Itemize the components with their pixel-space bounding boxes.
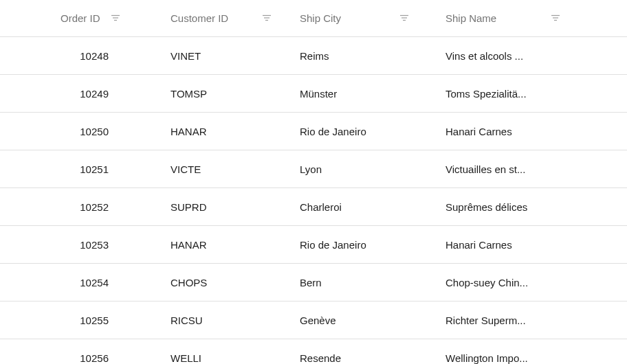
cell-order-id: 10249 — [0, 88, 138, 100]
cell-ship-city: Reims — [289, 50, 426, 62]
column-header-customer-id[interactable]: Customer ID — [138, 12, 289, 24]
cell-customer-id: TOMSP — [138, 88, 289, 100]
column-label: Ship Name — [446, 12, 496, 24]
cell-ship-city: Rio de Janeiro — [289, 239, 426, 251]
cell-customer-id: VINET — [138, 50, 289, 62]
column-header-order-id[interactable]: Order ID — [0, 12, 138, 24]
cell-order-id: 10250 — [0, 126, 138, 137]
cell-ship-city: Bern — [289, 277, 426, 288]
cell-order-id: 10256 — [0, 352, 138, 364]
cell-customer-id: RICSU — [138, 315, 289, 326]
cell-customer-id: SUPRD — [138, 201, 289, 213]
cell-order-id: 10253 — [0, 239, 138, 251]
cell-ship-name: Hanari Carnes — [426, 239, 578, 251]
filter-icon[interactable] — [110, 13, 121, 24]
cell-ship-name: Chop-suey Chin... — [426, 277, 578, 288]
table-row[interactable]: 10248VINETReimsVins et alcools ... — [0, 37, 627, 75]
table-row[interactable]: 10255RICSUGenèveRichter Superm... — [0, 302, 627, 339]
cell-customer-id: HANAR — [138, 126, 289, 137]
cell-order-id: 10252 — [0, 201, 138, 213]
cell-customer-id: HANAR — [138, 239, 289, 251]
cell-customer-id: WELLI — [138, 352, 289, 364]
column-label: Customer ID — [170, 12, 228, 24]
cell-customer-id: VICTE — [138, 163, 289, 175]
cell-ship-name: Suprêmes délices — [426, 201, 578, 213]
table-row[interactable]: 10253HANARRio de JaneiroHanari Carnes — [0, 226, 627, 264]
column-header-ship-city[interactable]: Ship City — [289, 12, 426, 24]
cell-ship-name: Vins et alcools ... — [426, 50, 578, 62]
cell-customer-id: CHOPS — [138, 277, 289, 288]
filter-icon[interactable] — [261, 13, 272, 24]
table-row[interactable]: 10251VICTELyonVictuailles en st... — [0, 150, 627, 188]
cell-ship-city: Lyon — [289, 163, 426, 175]
cell-ship-city: Charleroi — [289, 201, 426, 213]
filter-icon[interactable] — [550, 13, 561, 24]
table-row[interactable]: 10254CHOPSBernChop-suey Chin... — [0, 264, 627, 302]
table-row[interactable]: 10250HANARRio de JaneiroHanari Carnes — [0, 113, 627, 150]
cell-ship-name: Wellington Impo... — [426, 352, 578, 364]
cell-ship-city: Münster — [289, 88, 426, 100]
cell-ship-name: Toms Spezialitä... — [426, 88, 578, 100]
table-row[interactable]: 10252SUPRDCharleroiSuprêmes délices — [0, 188, 627, 226]
cell-ship-city: Resende — [289, 352, 426, 364]
cell-ship-name: Victuailles en st... — [426, 163, 578, 175]
column-header-ship-name[interactable]: Ship Name — [426, 12, 578, 24]
table-header-row: Order ID Customer ID Ship City Ship Name — [0, 0, 627, 37]
cell-ship-name: Hanari Carnes — [426, 126, 578, 137]
cell-order-id: 10254 — [0, 277, 138, 288]
filter-icon[interactable] — [399, 13, 410, 24]
cell-ship-city: Rio de Janeiro — [289, 126, 426, 137]
cell-ship-city: Genève — [289, 315, 426, 326]
column-label: Ship City — [300, 12, 341, 24]
cell-order-id: 10255 — [0, 315, 138, 326]
table-row[interactable]: 10256WELLIResendeWellington Impo... — [0, 339, 627, 364]
table-row[interactable]: 10249TOMSPMünsterToms Spezialitä... — [0, 75, 627, 113]
column-label: Order ID — [60, 12, 102, 24]
cell-order-id: 10248 — [0, 50, 138, 62]
cell-order-id: 10251 — [0, 163, 138, 175]
table-body: 10248VINETReimsVins et alcools ...10249T… — [0, 37, 627, 364]
data-grid: Order ID Customer ID Ship City Ship Name… — [0, 0, 627, 364]
cell-ship-name: Richter Superm... — [426, 315, 578, 326]
